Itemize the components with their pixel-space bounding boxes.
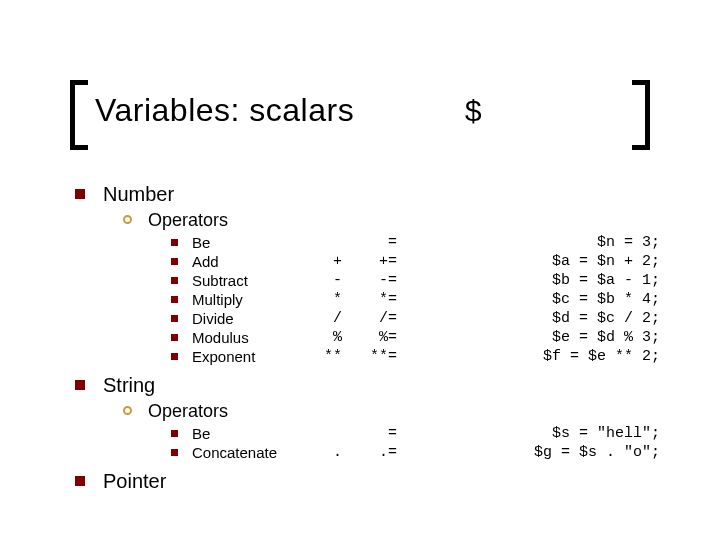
bullet-square-small-icon	[171, 277, 178, 284]
op-assign: -=	[352, 271, 407, 290]
section-string: String	[75, 374, 680, 397]
bullet-square-small-icon	[171, 258, 178, 265]
section-number: Number	[75, 183, 680, 206]
op-assign: **=	[352, 347, 407, 366]
list-item: Be = $n = 3;	[171, 233, 680, 252]
op-name: Be	[192, 424, 302, 443]
subsection-number-operators: Operators	[123, 210, 680, 231]
list-item: Subtract - -= $b = $a - 1;	[171, 271, 680, 290]
bullet-circle-icon	[123, 406, 132, 415]
op-symbol: /	[302, 309, 352, 328]
op-symbol: +	[302, 252, 352, 271]
op-example: $e = $d % 3;	[407, 328, 680, 347]
bullet-square-small-icon	[171, 334, 178, 341]
section-label: String	[103, 374, 155, 397]
op-symbol: **	[302, 347, 352, 366]
slide: Variables: scalars $ Number Operators Be…	[0, 0, 720, 540]
op-example: $f = $e ** 2;	[407, 347, 680, 366]
op-assign: %=	[352, 328, 407, 347]
bracket-left	[70, 80, 88, 150]
bullet-circle-icon	[123, 215, 132, 224]
slide-body: Number Operators Be = $n = 3; Add + += $…	[75, 175, 680, 493]
op-example: $d = $c / 2;	[407, 309, 680, 328]
op-symbol: .	[302, 443, 352, 462]
subsection-label: Operators	[148, 210, 228, 231]
op-assign: +=	[352, 252, 407, 271]
section-label: Number	[103, 183, 174, 206]
op-example: $c = $b * 4;	[407, 290, 680, 309]
bullet-square-small-icon	[171, 353, 178, 360]
title-symbol: $	[464, 96, 482, 130]
op-name: Multiply	[192, 290, 302, 309]
number-operator-list: Be = $n = 3; Add + += $a = $n + 2; Subtr…	[171, 233, 680, 366]
op-assign: *=	[352, 290, 407, 309]
op-assign: =	[352, 233, 407, 252]
bracket-right	[632, 80, 650, 150]
op-example: $s = "hell";	[407, 424, 680, 443]
op-example: $n = 3;	[407, 233, 680, 252]
op-assign: .=	[352, 443, 407, 462]
op-name: Add	[192, 252, 302, 271]
op-name: Exponent	[192, 347, 302, 366]
list-item: Be = $s = "hell";	[171, 424, 680, 443]
op-symbol: %	[302, 328, 352, 347]
op-name: Concatenate	[192, 443, 302, 462]
subsection-label: Operators	[148, 401, 228, 422]
op-name: Divide	[192, 309, 302, 328]
bullet-square-icon	[75, 189, 85, 199]
op-name: Modulus	[192, 328, 302, 347]
op-name: Subtract	[192, 271, 302, 290]
slide-title: Variables: scalars	[95, 92, 354, 129]
bullet-square-icon	[75, 476, 85, 486]
bullet-square-small-icon	[171, 239, 178, 246]
list-item: Concatenate . .= $g = $s . "o";	[171, 443, 680, 462]
op-example: $b = $a - 1;	[407, 271, 680, 290]
bullet-square-small-icon	[171, 296, 178, 303]
bullet-square-small-icon	[171, 449, 178, 456]
bullet-square-small-icon	[171, 315, 178, 322]
bullet-square-icon	[75, 380, 85, 390]
bullet-square-small-icon	[171, 430, 178, 437]
op-assign: =	[352, 424, 407, 443]
op-assign: /=	[352, 309, 407, 328]
list-item: Add + += $a = $n + 2;	[171, 252, 680, 271]
subsection-string-operators: Operators	[123, 401, 680, 422]
op-example: $g = $s . "o";	[407, 443, 680, 462]
section-label: Pointer	[103, 470, 166, 493]
list-item: Multiply * *= $c = $b * 4;	[171, 290, 680, 309]
section-pointer: Pointer	[75, 470, 680, 493]
op-symbol: *	[302, 290, 352, 309]
op-example: $a = $n + 2;	[407, 252, 680, 271]
op-symbol: -	[302, 271, 352, 290]
title-row: Variables: scalars $	[95, 92, 625, 130]
list-item: Modulus % %= $e = $d % 3;	[171, 328, 680, 347]
list-item: Divide / /= $d = $c / 2;	[171, 309, 680, 328]
list-item: Exponent ** **= $f = $e ** 2;	[171, 347, 680, 366]
op-name: Be	[192, 233, 302, 252]
string-operator-list: Be = $s = "hell"; Concatenate . .= $g = …	[171, 424, 680, 462]
